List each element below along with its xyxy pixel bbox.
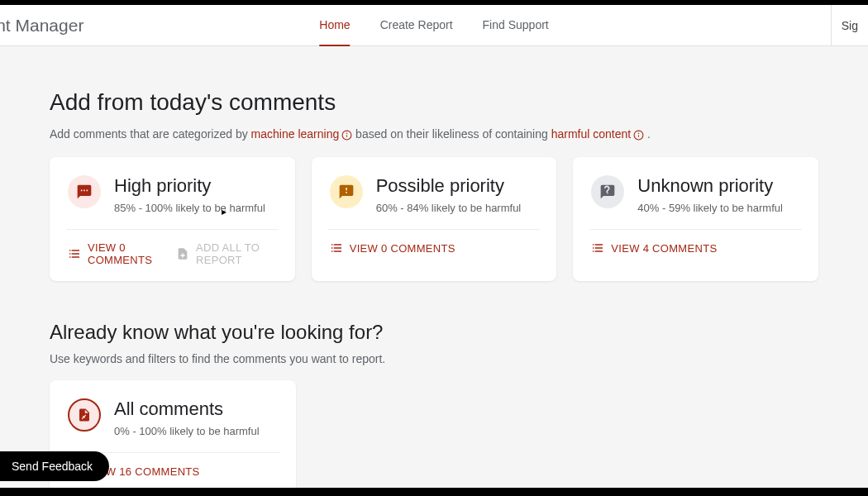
card-header: Unknown priority 40% - 59% likely to be … xyxy=(591,175,800,214)
view-comments-button[interactable]: VIEW 4 COMMENTS xyxy=(591,241,717,255)
card-header: All comments 0% - 100% likely to be harm… xyxy=(68,398,278,437)
card-texts: Possible priority 60% - 84% likely to be… xyxy=(376,175,539,214)
card-texts: High priority 85% - 100% likely to be ha… xyxy=(114,175,277,214)
send-feedback-button[interactable]: Send Feedback xyxy=(0,451,109,481)
possible-priority-icon xyxy=(330,175,363,208)
main-content: Add from today's comments Add comments t… xyxy=(0,46,868,493)
info-icon[interactable] xyxy=(632,129,644,141)
info-icon[interactable] xyxy=(341,129,352,141)
card-subtitle: 40% - 59% likely to be harmful xyxy=(637,202,800,214)
section-subtitle: Add comments that are categorized by mac… xyxy=(50,127,818,141)
button-label: VIEW 4 COMMENTS xyxy=(611,242,717,255)
card-subtitle: 0% - 100% likely to be harmful xyxy=(114,425,278,437)
nav-home[interactable]: Home xyxy=(319,5,350,46)
section-title: Add from today's comments xyxy=(50,89,818,116)
sub-text: . xyxy=(644,127,651,141)
button-label: VIEW 0 COMMENTS xyxy=(350,242,455,255)
possible-priority-card: Possible priority 60% - 84% likely to be… xyxy=(312,157,557,281)
divider xyxy=(66,229,279,230)
card-subtitle: 85% - 100% likely to be harmful xyxy=(114,202,277,214)
section2-title: Already know what you're looking for? xyxy=(50,321,818,344)
card-title: Possible priority xyxy=(376,175,539,197)
button-label: VIEW 0 COMMENTS xyxy=(88,241,163,266)
card-header: High priority 85% - 100% likely to be ha… xyxy=(68,175,277,214)
card-actions: VIEW 0 COMMENTS xyxy=(330,241,539,255)
list-icon xyxy=(330,241,343,255)
card-texts: Unknown priority 40% - 59% likely to be … xyxy=(637,175,800,214)
harmful-content-link[interactable]: harmful content xyxy=(551,127,632,141)
card-title: High priority xyxy=(114,175,277,197)
add-file-icon xyxy=(176,247,189,260)
app-title: ssment Manager xyxy=(0,16,83,36)
view-comments-button[interactable]: VIEW 0 COMMENTS xyxy=(68,241,163,266)
card-texts: All comments 0% - 100% likely to be harm… xyxy=(114,398,278,437)
svg-point-5 xyxy=(638,133,639,134)
list-icon xyxy=(68,247,81,260)
all-comments-icon xyxy=(68,398,101,432)
unknown-priority-card: Unknown priority 40% - 59% likely to be … xyxy=(573,157,818,281)
unknown-priority-icon xyxy=(591,175,624,208)
view-comments-button[interactable]: VIEW 0 COMMENTS xyxy=(330,241,455,255)
divider xyxy=(328,229,541,230)
high-priority-icon xyxy=(68,175,101,208)
card-actions: VIEW 4 COMMENTS xyxy=(591,241,800,255)
priority-cards-row: High priority 85% - 100% likely to be ha… xyxy=(50,157,818,281)
card-subtitle: 60% - 84% likely to be harmful xyxy=(376,202,539,214)
button-label: ADD ALL TO REPORT xyxy=(196,241,277,266)
card-title: All comments xyxy=(114,398,278,420)
nav-links: Home Create Report Find Support xyxy=(319,5,548,46)
machine-learning-link[interactable]: machine learning xyxy=(251,127,340,141)
divider xyxy=(589,229,802,230)
signin-button[interactable]: Sig xyxy=(831,5,868,45)
card-title: Unknown priority xyxy=(637,175,800,197)
card-actions: VIEW 0 COMMENTS ADD ALL TO REPORT xyxy=(68,241,277,266)
top-navigation: ssment Manager Home Create Report Find S… xyxy=(0,5,868,46)
svg-point-2 xyxy=(346,133,347,134)
list-icon xyxy=(591,241,604,255)
sub-text: Add comments that are categorized by xyxy=(50,127,251,141)
high-priority-card: High priority 85% - 100% likely to be ha… xyxy=(50,157,295,281)
bottom-letterbox xyxy=(0,488,868,496)
sub-text: based on their likeliness of containing xyxy=(352,127,551,141)
section2-subtitle: Use keywords and filters to find the com… xyxy=(50,352,818,365)
add-all-to-report-button: ADD ALL TO REPORT xyxy=(176,241,277,266)
nav-create-report[interactable]: Create Report xyxy=(380,5,453,46)
nav-find-support[interactable]: Find Support xyxy=(483,5,549,46)
card-header: Possible priority 60% - 84% likely to be… xyxy=(330,175,539,214)
